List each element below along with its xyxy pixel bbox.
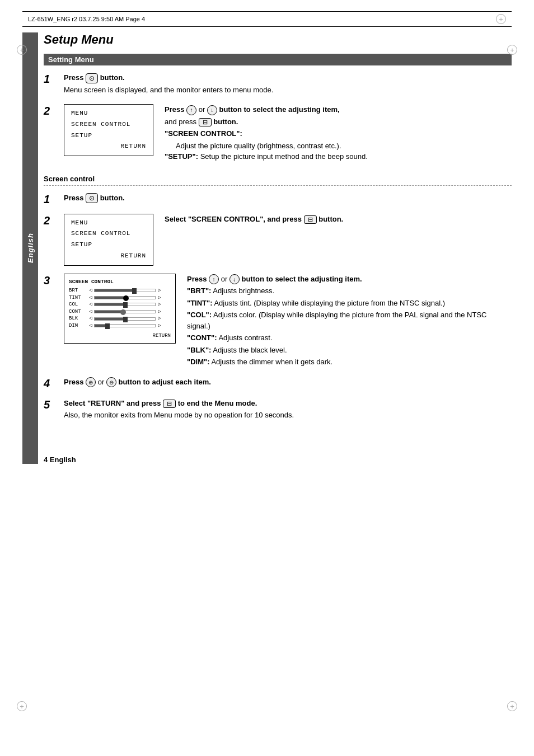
- sc-step-4: 4 Press ⊕ or ⊖ button to adjust each ite…: [44, 377, 512, 390]
- bar-brt-label: BRT: [69, 287, 87, 294]
- sc-step-1-button: button.: [100, 194, 125, 202]
- sc-step-3-tint: "TINT": Adjusts tint. (Display while dis…: [187, 298, 512, 309]
- bar-tint-fill: [95, 297, 125, 299]
- sc-step-3-ctrl-box: SCREEN CONTROL BRT ◁ ▷: [64, 274, 176, 344]
- sc-menu-item-setup: SETUP: [71, 240, 146, 251]
- step-2-press: Press: [165, 105, 184, 114]
- sc-tint-desc: Adjusts tint. (Display while displaying …: [214, 299, 445, 307]
- step-2-number: 2: [44, 104, 57, 118]
- bar-tint: TINT ◁ ▷: [69, 294, 171, 302]
- step-2-right: Press ↑ or ↓ button to select the adjust…: [165, 104, 512, 163]
- step-2-and: and press: [165, 118, 196, 126]
- step-2-or: or: [199, 105, 207, 114]
- sc-menu-item-screen: SCREEN CONTROL: [71, 228, 146, 240]
- bar-cont-track: [94, 310, 156, 313]
- sc-step-3-dim: "DIM": Adjusts the dimmer when it gets d…: [187, 356, 512, 368]
- sc-step-4-or: or: [98, 378, 105, 386]
- sc-cont-desc: Adjusts contrast.: [218, 334, 272, 342]
- sc-step-5-content: Select "RETURN" and press ⊟ to end the M…: [64, 398, 512, 422]
- step-2-button2: button.: [213, 118, 238, 126]
- sc-step-4-number: 4: [44, 377, 57, 390]
- sc-dim-label: "DIM":: [187, 358, 210, 366]
- sc-brt-label: "BRT":: [187, 287, 211, 295]
- bar-brt-thumb: [132, 288, 137, 294]
- sc-step-3-btn-down: ↓: [229, 274, 240, 284]
- sc-step-1-content: Press ⊙ button.: [64, 192, 512, 205]
- bar-dim-track: [94, 324, 156, 327]
- sidebar-label: English: [26, 233, 35, 263]
- sc-menu-item-return: RETURN: [71, 251, 146, 262]
- bar-tint-track: [94, 296, 156, 299]
- sc-blk-label: "BLK":: [187, 346, 211, 354]
- bar-cont: CONT ◁ ▷: [69, 308, 171, 316]
- bar-tint-label: TINT: [69, 294, 87, 302]
- bar-cont-right-arrow: ▷: [158, 308, 161, 316]
- sc-step-5-number: 5: [44, 398, 57, 411]
- sc-step-3-left: 3 SCREEN CONTROL BRT ◁: [44, 274, 176, 344]
- bar-dim: DIM ◁ ▷: [69, 322, 171, 330]
- step-1-content: Press ⊙ button. Menu screen is displayed…: [64, 72, 512, 96]
- menu-item-menu: MENU: [71, 108, 146, 119]
- step-2-left: 2 MENU SCREEN CONTROL SETUP RETURN: [44, 104, 153, 156]
- setting-menu-header: Setting Menu: [44, 54, 512, 65]
- sc-step-5-select: Select "RETURN" and press: [64, 399, 161, 407]
- sc-step-5: 5 Select "RETURN" and press ⊟ to end the…: [44, 398, 512, 422]
- sc-menu-item-menu: MENU: [71, 218, 146, 229]
- sc-step-3-btn-up: ↑: [209, 274, 219, 284]
- bar-col: COL ◁ ▷: [69, 301, 171, 308]
- sc-step-3-right: Press ↑ or ↓ button to select the adjust…: [187, 274, 512, 369]
- sc-step-5-instruction: Select "RETURN" and press ⊟ to end the M…: [64, 398, 512, 409]
- sc-step-2-menu-box: MENU SCREEN CONTROL SETUP RETURN: [64, 214, 153, 266]
- header-file-info: LZ-651W_ENG r2 03.7.25 9:50 AM Page 4: [28, 16, 145, 22]
- sc-tint-label: "TINT":: [187, 299, 213, 307]
- sc-col-desc: Adjusts color. (Display while displaying…: [187, 311, 486, 330]
- page: + + + + LZ-651W_ENG r2 03.7.25 9:50 AM P…: [0, 0, 534, 756]
- step-2-btn2: ⊟: [199, 118, 212, 126]
- header-crosshair: +: [496, 14, 506, 24]
- sc-step-1-instruction: Press ⊙ button.: [64, 192, 512, 204]
- sc-step-3-number: 3: [44, 274, 57, 287]
- bar-brt-left-arrow: ◁: [89, 287, 92, 294]
- sc-brt-desc-text: Adjusts brightness.: [213, 287, 274, 295]
- menu-item-return: RETURN: [71, 141, 146, 152]
- step-2-and-press: and press ⊟ button.: [165, 116, 512, 128]
- sc-step-1-number: 1: [44, 192, 57, 206]
- bar-cont-left-arrow: ◁: [89, 308, 92, 316]
- sc-step-3-press: Press: [187, 275, 207, 283]
- sc-step-2-right: Select "SCREEN CONTROL", and press ⊟ but…: [165, 214, 512, 226]
- sc-step-4-instruction: Press ⊕ or ⊖ button to adjust each item.: [64, 377, 512, 388]
- bar-cont-thumb: [120, 309, 126, 315]
- bar-tint-right-arrow: ▷: [158, 294, 161, 302]
- main-content: Setup Menu Setting Menu 1 Press ⊙ button…: [44, 32, 512, 464]
- corner-crosshair-tr: +: [507, 45, 517, 55]
- step-2-screen-ctrl-label: "SCREEN CONTROL":: [165, 129, 242, 138]
- sc-col-label: "COL":: [187, 311, 212, 319]
- sc-step-3-blk: "BLK": Adjusts the black level.: [187, 345, 512, 356]
- step-2-setup-label: "SETUP":: [165, 152, 198, 161]
- sc-cont-label: "CONT":: [187, 334, 217, 342]
- sc-step-3: 3 SCREEN CONTROL BRT ◁: [44, 274, 512, 369]
- step-2-screen-ctrl-desc: Adjust the picture quality (brightness, …: [176, 140, 512, 152]
- bar-blk: BLK ◁ ▷: [69, 315, 171, 322]
- step-1-number: 1: [44, 72, 57, 86]
- sc-step-3-col: "COL": Adjusts color. (Display while dis…: [187, 309, 512, 331]
- step-2-menu-box: MENU SCREEN CONTROL SETUP RETURN: [64, 104, 153, 156]
- sc-step-2-button: button.: [318, 215, 343, 223]
- sc-ctrl-title: SCREEN CONTROL: [69, 278, 171, 286]
- sc-step-3-brt: "BRT": Adjusts brightness.: [187, 285, 512, 297]
- footer-label: 4 English: [44, 456, 512, 464]
- bar-cont-fill: [95, 311, 122, 313]
- sc-step-4-btn-right: ⊕: [86, 377, 96, 387]
- bar-col-thumb: [123, 302, 128, 308]
- bar-tint-thumb: [123, 295, 129, 301]
- sc-step-5-sub: Also, the monitor exits from Menu mode b…: [64, 410, 512, 421]
- sc-step-3-cont: "CONT": Adjusts contrast.: [187, 332, 512, 344]
- bar-col-left-arrow: ◁: [89, 301, 92, 308]
- menu-item-setup: SETUP: [71, 130, 146, 142]
- bar-col-right-arrow: ▷: [158, 301, 161, 308]
- content-wrapper: English Setup Menu Setting Menu 1 Press …: [22, 32, 512, 464]
- step-2-setup: "SETUP": Setup the picture input method …: [165, 151, 512, 162]
- sc-ctrl-return: RETURN: [69, 332, 171, 340]
- sc-step-3-or: or: [221, 275, 229, 283]
- bar-cont-label: CONT: [69, 308, 87, 316]
